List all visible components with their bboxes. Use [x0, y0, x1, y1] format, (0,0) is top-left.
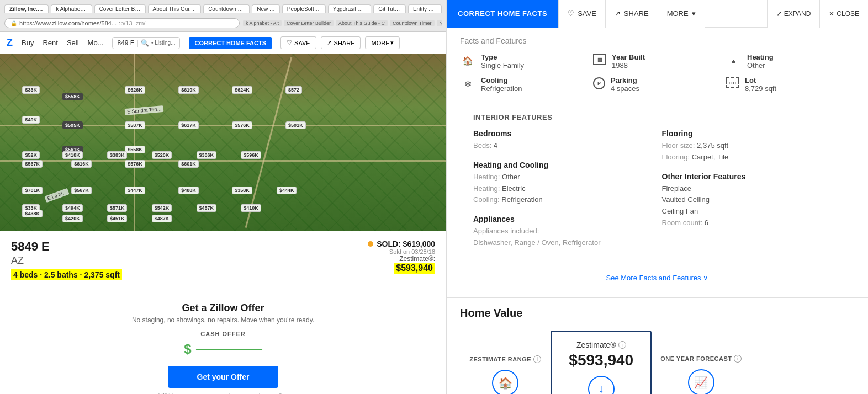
- see-more-label: See More Facts and Features: [606, 274, 701, 282]
- zestimate-value-left: $593,940: [394, 263, 435, 274]
- price-label-39[interactable]: $451K: [107, 215, 128, 222]
- price-label-6[interactable]: $572: [285, 86, 302, 94]
- zestimate-cards: ZESTIMATE RANGE i 🏠 $546,000 – $636,000 …: [460, 331, 855, 394]
- flooring-title: Flooring: [662, 129, 842, 138]
- browser-chrome: Zillow, Inc. [US] k Alphabet - Alt Cover…: [0, 0, 446, 32]
- right-panel: CORRECT HOME FACTS ♡ SAVE ↗ SHARE MORE ▾…: [446, 0, 868, 394]
- browser-tab-zillow[interactable]: Zillow, Inc. [US]: [4, 4, 49, 13]
- browser-tab-entity[interactable]: Entity Fra...: [408, 4, 442, 13]
- zestimate-info-icon[interactable]: i: [618, 341, 626, 349]
- price-label-2[interactable]: $558K: [62, 93, 83, 100]
- search-bar[interactable]: 849 E | 🔍 • Listing...: [112, 37, 180, 49]
- price-label-9[interactable]: $587K: [125, 121, 145, 129]
- browser-tab-timer[interactable]: Countdown Timer: [203, 4, 250, 13]
- price-label-15[interactable]: $567K: [22, 160, 43, 168]
- share-button-right[interactable]: ↗ SHARE: [605, 0, 658, 28]
- nav-buy[interactable]: Buy: [22, 39, 34, 47]
- price-label-16[interactable]: $616K: [71, 160, 92, 168]
- search-text: 849 E: [117, 39, 134, 47]
- bookmark-alphabet[interactable]: k Alphabet - Alt: [243, 20, 282, 26]
- price-label-27[interactable]: $383K: [107, 151, 128, 159]
- get-offer-button[interactable]: Get your Offer: [168, 366, 278, 388]
- price-label-10[interactable]: $617K: [178, 121, 199, 129]
- room-count: Room count: 6: [662, 217, 842, 229]
- price-label-23[interactable]: $358K: [232, 187, 252, 194]
- price-label-11[interactable]: $576K: [232, 121, 252, 129]
- map-container[interactable]: $33K $558K $626K $619K $624K $572 $49K $…: [0, 54, 446, 231]
- price-label-33[interactable]: $571K: [107, 204, 128, 212]
- price-label-5[interactable]: $624K: [232, 86, 252, 94]
- range-info-icon[interactable]: i: [533, 355, 541, 363]
- more-button-left[interactable]: MORE ▾: [365, 36, 400, 49]
- price-label-30[interactable]: $596K: [241, 151, 261, 159]
- price-label-12[interactable]: $501K: [285, 121, 306, 129]
- nav-sell[interactable]: Sell: [67, 39, 79, 47]
- property-header: 5849 E AZ 4 beds · 2.5 baths · 2,375 sqf…: [11, 239, 435, 280]
- browser-tab-ygg[interactable]: Yggdrasil Game: [328, 4, 371, 13]
- fact-lot-label: Lot: [745, 76, 776, 84]
- fact-parking-content: Parking 4 spaces: [611, 76, 639, 93]
- price-label-8[interactable]: $505K: [62, 121, 83, 129]
- price-label-40[interactable]: $487K: [152, 215, 172, 222]
- price-label-35[interactable]: $457K: [197, 204, 217, 212]
- price-label-32[interactable]: $494K: [62, 204, 83, 212]
- zestimate-label-left: Zestimate®:: [399, 255, 435, 263]
- price-label-29[interactable]: $306K: [197, 151, 217, 159]
- property-panel: 5849 E AZ 4 beds · 2.5 baths · 2,375 sqf…: [0, 231, 446, 291]
- price-label-22[interactable]: $488K: [178, 187, 199, 194]
- close-button[interactable]: ✕ CLOSE: [819, 0, 868, 28]
- offer-title: Get a Zillow Offer: [11, 302, 435, 314]
- browser-tab-cover[interactable]: Cover Letter Builder: [94, 4, 146, 13]
- price-label-1[interactable]: $33K: [22, 86, 40, 94]
- price-label-36[interactable]: $410K: [241, 204, 261, 212]
- browser-tab-git[interactable]: Git Tutorial: [373, 4, 406, 13]
- price-label-24[interactable]: $444K: [277, 187, 297, 194]
- price-label-14[interactable]: $558K: [125, 146, 145, 153]
- expand-button[interactable]: ⤢ EXPAND: [767, 0, 819, 28]
- price-label-7[interactable]: $49K: [22, 116, 40, 124]
- price-label-38[interactable]: $420K: [62, 215, 83, 222]
- fact-lot: LOT Lot 8,729 sqft: [726, 76, 855, 93]
- bookmark-newtab[interactable]: New Tab: [437, 20, 442, 26]
- forecast-info-icon[interactable]: i: [734, 355, 742, 363]
- offer-subtitle: No staging, no showings, no repairs. Mov…: [11, 316, 435, 324]
- browser-tab-guide[interactable]: About This Guide - C: [148, 4, 202, 13]
- feature-group-flooring: Flooring Floor size: 2,375 sqft Flooring…: [662, 129, 842, 163]
- correct-home-facts-button-right[interactable]: CORRECT HOME FACTS: [447, 0, 558, 28]
- browser-tab-newtab[interactable]: New Tab: [252, 4, 280, 13]
- fact-cooling-content: Cooling Refrigeration: [481, 76, 522, 93]
- price-label-3[interactable]: $626K: [125, 86, 145, 94]
- map-aerial: $33K $558K $626K $619K $624K $572 $49K $…: [0, 54, 446, 231]
- nav-more[interactable]: Mo...: [88, 39, 104, 47]
- nav-items: Buy Rent Sell Mo...: [22, 39, 103, 47]
- price-label-18[interactable]: $601K: [178, 160, 199, 168]
- url-input[interactable]: 🔒 https://www.zillow.com/homes/584... :b…: [4, 18, 240, 28]
- correct-home-facts-button-left[interactable]: CORRECT HOME FACTS: [189, 37, 272, 49]
- share-button-left[interactable]: ↗ SHARE: [321, 36, 361, 49]
- fireplace: Fireplace: [662, 183, 842, 195]
- bookmark-cover[interactable]: Cover Letter Builder: [284, 20, 334, 26]
- price-label-37[interactable]: $438K: [22, 210, 43, 217]
- price-label-4[interactable]: $619K: [178, 86, 199, 94]
- price-label-21[interactable]: $447K: [125, 187, 145, 194]
- interior-section-title: INTERIOR FEATURES: [473, 113, 841, 121]
- price-label-25[interactable]: $52K: [22, 151, 40, 159]
- browser-tab-alphabet[interactable]: k Alphabet - Alt: [51, 4, 92, 13]
- heating-electric: Heating: Electric: [473, 183, 653, 195]
- fact-type: 🏠 Type Single Family: [460, 53, 589, 70]
- save-button-left[interactable]: ♡ SAVE: [280, 36, 316, 49]
- see-more-link[interactable]: See More Facts and Features ∨: [467, 274, 848, 282]
- bookmark-guide[interactable]: About This Guide - C: [336, 20, 388, 26]
- fact-type-value: Single Family: [481, 61, 524, 70]
- bookmark-countdown[interactable]: Countdown Timer: [390, 20, 435, 26]
- price-label-34[interactable]: $542K: [152, 204, 172, 212]
- price-label-28[interactable]: $520K: [152, 151, 172, 159]
- more-button-right[interactable]: MORE ▾: [658, 0, 705, 28]
- save-button-right[interactable]: ♡ SAVE: [558, 0, 605, 28]
- nav-rent[interactable]: Rent: [43, 39, 57, 47]
- price-label-17[interactable]: $576K: [125, 160, 145, 168]
- browser-tab-peoplesoft[interactable]: PeopleSoft DEV: [282, 4, 326, 13]
- price-label-26[interactable]: $418K: [62, 151, 83, 159]
- price-label-20[interactable]: $567K: [71, 187, 92, 194]
- price-label-19[interactable]: $701K: [22, 187, 43, 194]
